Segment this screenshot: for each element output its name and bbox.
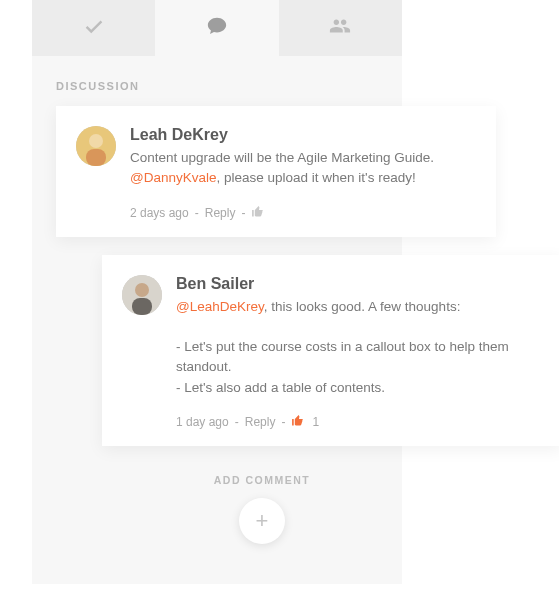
avatar (76, 126, 116, 166)
like-button[interactable] (251, 205, 264, 221)
tab-tasks[interactable] (32, 0, 155, 56)
comment-text: @LeahDeKrey, this looks good. A few thou… (176, 297, 540, 398)
reply-link[interactable]: Reply (205, 206, 236, 220)
comment-body: Leah DeKrey Content upgrade will be the … (130, 126, 474, 221)
comment-text: Content upgrade will be the Agile Market… (130, 148, 474, 189)
avatar (122, 275, 162, 315)
svg-point-1 (89, 134, 103, 148)
add-comment-label: ADD COMMENT (122, 474, 402, 486)
add-comment-area: ADD COMMENT + (32, 474, 402, 544)
svg-rect-5 (132, 298, 152, 315)
add-comment-button[interactable]: + (239, 498, 285, 544)
mention[interactable]: @DannyKvale (130, 170, 217, 185)
comment-body: Ben Sailer @LeahDeKrey, this looks good.… (176, 275, 540, 430)
tab-discussion[interactable] (155, 0, 278, 56)
people-icon (329, 15, 351, 41)
plus-icon: + (256, 508, 269, 534)
timestamp: 2 days ago (130, 206, 189, 220)
thumb-icon (251, 205, 264, 218)
comment-meta: 2 days ago - Reply - (130, 205, 474, 221)
mention[interactable]: @LeahDeKrey (176, 299, 264, 314)
svg-point-4 (135, 283, 149, 297)
like-button[interactable] (291, 414, 304, 430)
timestamp: 1 day ago (176, 415, 229, 429)
comment-card: Leah DeKrey Content upgrade will be the … (56, 106, 496, 237)
thumb-icon (291, 414, 304, 427)
like-count: 1 (312, 415, 319, 429)
comment-author: Ben Sailer (176, 275, 540, 293)
comment-author: Leah DeKrey (130, 126, 474, 144)
comment-meta: 1 day ago - Reply - 1 (176, 414, 540, 430)
section-label: DISCUSSION (32, 56, 402, 106)
svg-rect-2 (86, 149, 106, 166)
tab-people[interactable] (279, 0, 402, 56)
check-icon (83, 15, 105, 41)
comment-card: Ben Sailer @LeahDeKrey, this looks good.… (102, 255, 559, 446)
comment-icon (206, 15, 228, 41)
reply-link[interactable]: Reply (245, 415, 276, 429)
tabs (32, 0, 402, 56)
